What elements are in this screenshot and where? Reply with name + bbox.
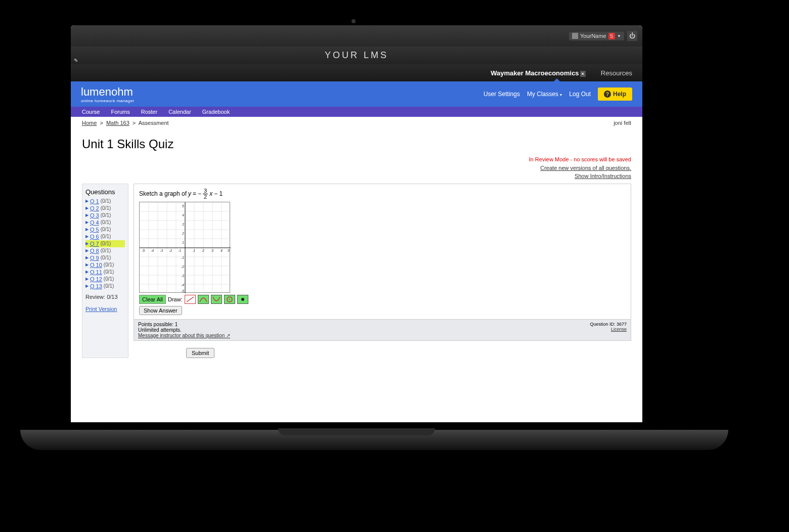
question-link[interactable]: Q 2: [90, 205, 99, 211]
question-link[interactable]: Q 4: [90, 219, 99, 226]
question-link[interactable]: Q 10: [90, 262, 102, 268]
svg-line-38: [187, 297, 194, 302]
svg-text:2: 2: [202, 249, 204, 252]
svg-text:-1: -1: [178, 249, 181, 252]
play-icon: ▶: [85, 213, 89, 217]
active-tab-indicator: [553, 78, 560, 82]
play-icon: ▶: [85, 199, 89, 203]
question-item[interactable]: ▶Q 4(0/1): [85, 219, 125, 226]
svg-text:-3: -3: [160, 249, 163, 252]
question-item[interactable]: ▶Q 10(0/1): [85, 261, 125, 269]
question-link[interactable]: Q 3: [90, 212, 99, 218]
external-link-icon: ↗: [226, 333, 230, 338]
tab-resources[interactable]: Resources: [601, 69, 632, 77]
play-icon: ▶: [85, 241, 89, 246]
svg-text:-4: -4: [151, 249, 154, 252]
lumen-actions: User Settings My Classes ▾ Log Out ? Hel…: [484, 87, 632, 101]
question-link[interactable]: Q 11: [90, 269, 102, 275]
review-count: Review: 0/13: [85, 294, 125, 300]
lumen-logo[interactable]: lumenohm online homework manager: [81, 85, 135, 103]
lms-user-bar: YourName 5 ▼ ⏻: [71, 25, 642, 47]
question-link[interactable]: Q 1: [90, 198, 99, 204]
parabola-down-tool-button[interactable]: [211, 295, 222, 304]
question-item[interactable]: ▶Q 2(0/1): [85, 205, 125, 212]
license-link[interactable]: License: [611, 327, 627, 332]
course-nav: Course Forums Roster Calendar Gradebook: [71, 107, 642, 117]
question-item[interactable]: ▶Q 12(0/1): [85, 276, 125, 283]
parabola-up-tool-button[interactable]: [198, 295, 209, 304]
show-intro-link[interactable]: Show Intro/Instructions: [575, 173, 631, 179]
notification-badge: 5: [608, 33, 616, 39]
play-icon: ▶: [85, 248, 89, 253]
nav-gradebook[interactable]: Gradebook: [202, 109, 230, 115]
lms-title-bar: ✎ YOUR LMS: [71, 47, 642, 64]
help-button[interactable]: ? Help: [598, 87, 632, 101]
nav-calendar[interactable]: Calendar: [168, 109, 191, 115]
print-version-link[interactable]: Print Version: [85, 306, 125, 312]
question-footer: Points possible: 1 Unlimited attempts. M…: [134, 319, 631, 340]
point-tool-button[interactable]: [237, 295, 248, 304]
laptop-notch: [278, 428, 435, 435]
svg-text:3: 3: [211, 249, 213, 252]
svg-text:-2: -2: [181, 265, 184, 269]
submit-button[interactable]: Submit: [186, 348, 214, 358]
svg-point-41: [241, 298, 244, 301]
question-link[interactable]: Q 12: [90, 276, 102, 282]
play-icon: ▶: [85, 262, 89, 267]
user-settings-link[interactable]: User Settings: [484, 91, 520, 98]
question-link[interactable]: Q 8: [90, 248, 99, 254]
question-item[interactable]: ▶Q 9(0/1): [85, 254, 125, 261]
crumb-home[interactable]: Home: [82, 120, 97, 126]
question-link[interactable]: Q 6: [90, 234, 99, 240]
close-tab-icon[interactable]: ×: [580, 71, 586, 77]
power-button[interactable]: ⏻: [627, 31, 637, 41]
my-classes-link[interactable]: My Classes ▾: [527, 91, 562, 98]
question-link[interactable]: Q 13: [90, 283, 102, 289]
question-area: Sketch a graph of y = − 32 x − 1: [134, 184, 631, 341]
question-score: (0/1): [101, 227, 111, 232]
question-item[interactable]: ▶Q 8(0/1): [85, 247, 125, 254]
camera-icon: [352, 19, 356, 23]
pencil-icon[interactable]: ✎: [74, 58, 80, 63]
show-answer-button[interactable]: Show Answer: [139, 306, 182, 315]
question-link[interactable]: Q 5: [90, 227, 99, 233]
logout-link[interactable]: Log Out: [569, 91, 591, 98]
circle-tool-button[interactable]: [224, 295, 235, 304]
question-item[interactable]: ▶Q 5(0/1): [85, 226, 125, 233]
nav-forums[interactable]: Forums: [111, 109, 129, 115]
question-id: Question ID: 3677: [590, 322, 627, 327]
laptop-frame: YourName 5 ▼ ⏻ ✎ YOUR LMS Waymaker Macro…: [71, 20, 718, 475]
question-icon: ?: [604, 91, 611, 98]
clear-all-button[interactable]: Clear All: [139, 295, 166, 304]
line-tool-button[interactable]: [185, 295, 196, 304]
breadcrumb-row: Home > Math 163 > Assessment joni felt: [71, 117, 642, 129]
question-link[interactable]: Q 9: [90, 255, 99, 261]
question-item[interactable]: ▶Q 7(0/1): [85, 240, 125, 247]
svg-text:5: 5: [228, 249, 230, 252]
play-icon: ▶: [85, 206, 89, 210]
question-score: (0/1): [101, 198, 111, 204]
graph-canvas[interactable]: -5-4-3-2-1 12345 54321 -1-2-3-4-5: [139, 202, 230, 293]
question-item[interactable]: ▶Q 6(0/1): [85, 233, 125, 240]
play-icon: ▶: [85, 277, 89, 281]
play-icon: ▶: [85, 270, 89, 274]
avatar-icon: [572, 33, 578, 39]
question-score: (0/1): [101, 234, 111, 239]
svg-text:-5: -5: [142, 249, 145, 252]
question-item[interactable]: ▶Q 11(0/1): [85, 269, 125, 276]
nav-course[interactable]: Course: [82, 109, 100, 115]
crumb-course[interactable]: Math 163: [106, 120, 129, 126]
questions-heading: Questions: [85, 188, 125, 196]
question-item[interactable]: ▶Q 3(0/1): [85, 212, 125, 219]
new-versions-link[interactable]: Create new versions of all questions.: [540, 165, 631, 171]
tab-course-active[interactable]: Waymaker Macroeconomics×: [491, 69, 586, 77]
nav-roster[interactable]: Roster: [141, 109, 157, 115]
question-link[interactable]: Q 7: [90, 241, 99, 247]
message-instructor-link[interactable]: Message instructor about this question ↗: [138, 333, 230, 338]
svg-text:-1: -1: [181, 256, 184, 259]
question-item[interactable]: ▶Q 1(0/1): [85, 198, 125, 205]
draw-label: Draw:: [168, 296, 183, 302]
question-item[interactable]: ▶Q 13(0/1): [85, 283, 125, 290]
lms-tabs: Waymaker Macroeconomics× Resources: [71, 64, 642, 81]
user-menu[interactable]: YourName 5 ▼: [569, 32, 624, 40]
